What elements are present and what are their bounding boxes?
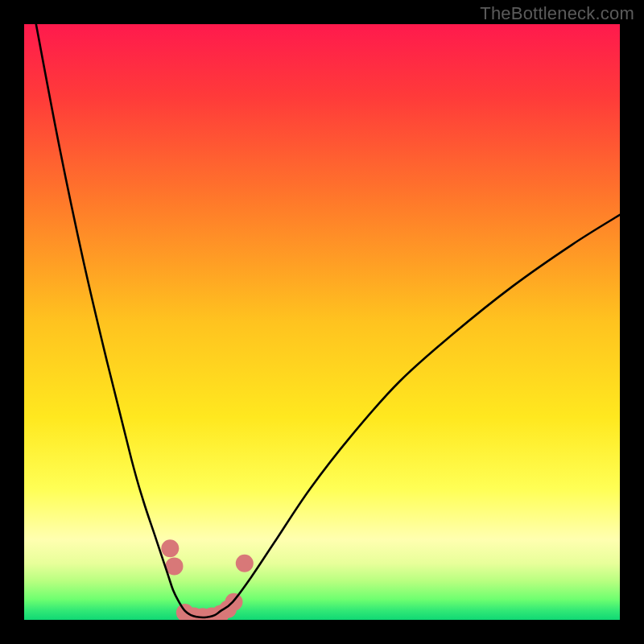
watermark-text: TheBottleneck.com xyxy=(480,3,634,24)
plot-area xyxy=(24,24,620,620)
highlight-dot xyxy=(161,539,179,557)
highlight-dot xyxy=(236,555,254,572)
chart-frame: TheBottleneck.com xyxy=(0,0,644,644)
gradient-background xyxy=(24,24,620,620)
chart-svg xyxy=(24,24,620,620)
